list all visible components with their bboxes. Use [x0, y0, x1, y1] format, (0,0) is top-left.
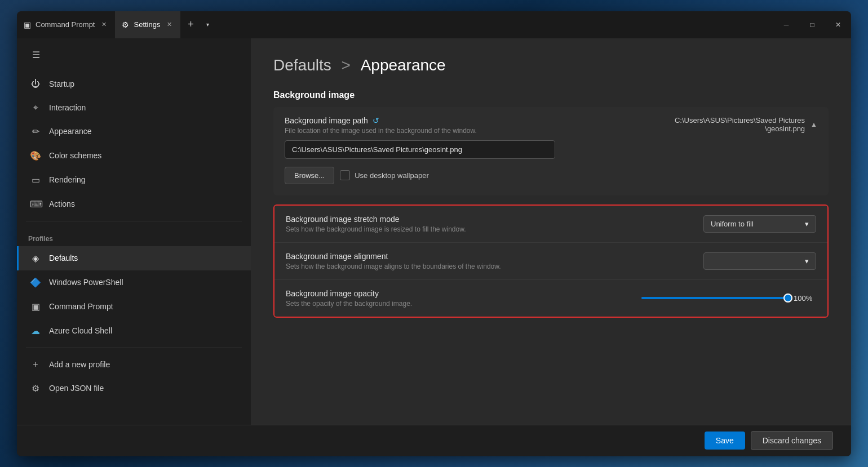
opacity-slider-thumb[interactable]: [783, 293, 792, 303]
sidebar: ☰ ⏻ Startup ⌖ Interaction ✏ Appearance 🎨…: [17, 38, 251, 425]
sidebar-item-add-profile-label: Add a new profile: [49, 360, 110, 369]
defaults-icon: ◈: [30, 253, 41, 264]
path-card: Background image path ↺ File location of…: [273, 107, 829, 195]
sidebar-divider-2: [26, 348, 242, 348]
sidebar-item-startup[interactable]: ⏻ Startup: [17, 72, 251, 96]
opacity-slider-fill: [641, 297, 788, 299]
add-profile-icon: +: [30, 359, 41, 370]
sidebar-item-interaction-label: Interaction: [49, 103, 86, 112]
sidebar-item-defaults-label: Defaults: [49, 253, 78, 263]
path-label-text: Background image path: [285, 116, 368, 125]
breadcrumb: Defaults > Appearance: [273, 56, 829, 74]
path-label: Background image path ↺: [285, 116, 675, 125]
alignment-desc: Sets how the background image aligns to …: [286, 263, 703, 270]
sidebar-item-appearance-label: Appearance: [49, 127, 92, 136]
alignment-label: Background image alignment: [286, 252, 703, 261]
stretch-mode-label: Background image stretch mode: [286, 215, 703, 224]
breadcrumb-parent[interactable]: Defaults: [273, 56, 331, 74]
stretch-mode-value: Uniform to fill: [711, 220, 754, 228]
window-controls: ─ □ ✕: [773, 16, 851, 34]
opacity-desc: Sets the opacity of the background image…: [286, 300, 641, 308]
wallpaper-checkbox-label[interactable]: Use desktop wallpaper: [340, 170, 429, 180]
sidebar-item-interaction[interactable]: ⌖ Interaction: [17, 96, 251, 119]
stretch-mode-chevron: ▾: [805, 220, 809, 228]
terminal-window: ▣ Command Prompt ✕ ⚙ Settings ✕ + ▾ ─ □ …: [17, 11, 851, 456]
interaction-icon: ⌖: [30, 103, 41, 113]
maximize-button[interactable]: □: [799, 16, 825, 34]
settings-tab-icon: ⚙: [122, 20, 129, 29]
path-row: Background image path ↺ File location of…: [273, 107, 829, 195]
rendering-icon: ▭: [30, 175, 41, 185]
minimize-button[interactable]: ─: [773, 16, 799, 34]
open-json-icon: ⚙: [30, 383, 41, 394]
new-tab-dropdown[interactable]: ▾: [201, 15, 214, 35]
opacity-control: 100%: [641, 294, 816, 303]
stretch-mode-control: Uniform to fill ▾: [703, 215, 816, 233]
titlebar: ▣ Command Prompt ✕ ⚙ Settings ✕ + ▾ ─ □ …: [17, 11, 851, 38]
cmd-tab-close[interactable]: ✕: [99, 20, 108, 29]
tab-command-prompt[interactable]: ▣ Command Prompt ✕: [17, 11, 115, 38]
sidebar-item-open-json[interactable]: ⚙ Open JSON file: [17, 376, 251, 401]
path-row-actions: Browse... Use desktop wallpaper: [285, 167, 429, 186]
wallpaper-checkbox[interactable]: [340, 170, 350, 180]
sidebar-item-cmd[interactable]: ▣ Command Prompt: [17, 295, 251, 319]
stretch-mode-info: Background image stretch mode Sets how t…: [286, 215, 703, 233]
close-button[interactable]: ✕: [825, 16, 851, 34]
sidebar-divider: [26, 221, 242, 221]
opacity-slider-track[interactable]: [641, 297, 788, 299]
alignment-control: ▾: [703, 252, 816, 270]
cmd-icon: ▣: [30, 301, 41, 312]
settings-tab-label: Settings: [134, 20, 160, 29]
azure-icon: ☁: [30, 326, 41, 336]
stretch-mode-desc: Sets how the background image is resized…: [286, 225, 703, 233]
stretch-mode-dropdown[interactable]: Uniform to fill ▾: [703, 215, 816, 233]
sidebar-item-rendering-label: Rendering: [49, 175, 86, 184]
path-control: C:\Users\ASUS\Pictures\Saved Pictures\ge…: [675, 116, 817, 133]
bottom-bar: Save Discard changes: [17, 425, 851, 456]
sidebar-item-actions[interactable]: ⌨ Actions: [17, 192, 251, 216]
path-input[interactable]: [285, 140, 555, 159]
sidebar-item-defaults[interactable]: ◈ Defaults: [17, 246, 251, 270]
refresh-icon[interactable]: ↺: [373, 116, 379, 125]
path-row-info: Background image path ↺ File location of…: [285, 116, 675, 135]
alignment-dropdown[interactable]: ▾: [703, 252, 816, 270]
settings-tab-close[interactable]: ✕: [165, 20, 174, 29]
browse-button[interactable]: Browse...: [285, 167, 334, 184]
sidebar-item-startup-label: Startup: [49, 79, 74, 88]
alignment-info: Background image alignment Sets how the …: [286, 252, 703, 270]
sidebar-item-color-schemes[interactable]: 🎨 Color schemes: [17, 144, 251, 168]
opacity-label: Background image opacity: [286, 289, 641, 298]
cmd-tab-icon: ▣: [24, 20, 31, 29]
profiles-section-label: Profiles: [17, 226, 251, 246]
sidebar-item-add-profile[interactable]: + Add a new profile: [17, 353, 251, 376]
discard-button[interactable]: Discard changes: [751, 431, 833, 450]
chevron-up-icon[interactable]: ▲: [811, 121, 817, 128]
opacity-row: Background image opacity Sets the opacit…: [274, 280, 827, 317]
sidebar-item-azure[interactable]: ☁ Azure Cloud Shell: [17, 319, 251, 343]
breadcrumb-separator: >: [342, 56, 351, 74]
path-row-top: Background image path ↺ File location of…: [285, 116, 817, 135]
sidebar-item-powershell-label: Windows PowerShell: [49, 278, 123, 287]
save-button[interactable]: Save: [705, 432, 745, 450]
new-tab-button[interactable]: +: [180, 15, 201, 35]
powershell-icon: 🔷: [30, 277, 41, 288]
opacity-value: 100%: [794, 294, 816, 303]
content-area: Defaults > Appearance Background image B…: [251, 38, 851, 425]
menu-icon[interactable]: ☰: [26, 45, 46, 65]
alignment-chevron: ▾: [805, 257, 809, 265]
actions-icon: ⌨: [30, 199, 41, 210]
highlighted-section: Background image stretch mode Sets how t…: [273, 204, 829, 318]
sidebar-item-cmd-label: Command Prompt: [49, 302, 113, 311]
sidebar-item-powershell[interactable]: 🔷 Windows PowerShell: [17, 270, 251, 295]
opacity-slider-wrapper: 100%: [641, 294, 816, 303]
alignment-row: Background image alignment Sets how the …: [274, 243, 827, 280]
opacity-info: Background image opacity Sets the opacit…: [286, 289, 641, 308]
sidebar-item-color-schemes-label: Color schemes: [49, 151, 101, 160]
path-desc: File location of the image used in the b…: [285, 127, 675, 135]
main-layout: ☰ ⏻ Startup ⌖ Interaction ✏ Appearance 🎨…: [17, 38, 851, 425]
tab-settings[interactable]: ⚙ Settings ✕: [115, 11, 180, 38]
sidebar-item-rendering[interactable]: ▭ Rendering: [17, 168, 251, 192]
sidebar-item-appearance[interactable]: ✏ Appearance: [17, 119, 251, 144]
path-display: C:\Users\ASUS\Pictures\Saved Pictures\ge…: [675, 116, 805, 133]
cmd-tab-label: Command Prompt: [36, 20, 95, 29]
